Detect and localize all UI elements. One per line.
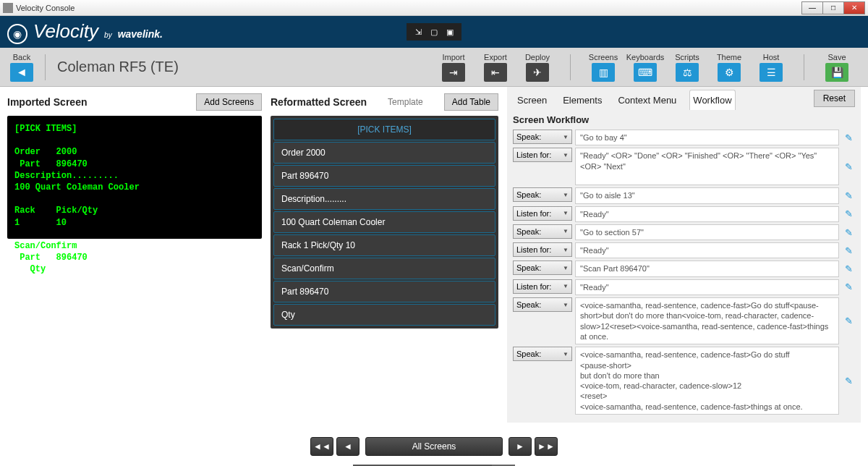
screens-button[interactable]: Screens ▥ [582,53,624,82]
toolbar: Back ◄ Coleman RF5 (TE) Import ⇥ Export … [0,48,868,87]
brand-bar: ◉ Velocity by wavelink. ⇲ ▢ ▣ [0,16,868,48]
speak-dropdown[interactable]: Speak: [513,224,572,239]
minimize-button[interactable]: — [801,1,823,14]
reset-button[interactable]: Reset [814,90,855,107]
import-icon: ⇥ [442,63,465,82]
edit-icon[interactable]: ✎ [842,279,855,295]
frame-icon[interactable]: ▣ [444,26,456,38]
reformat-item[interactable]: Description......... [273,188,495,210]
workflow-text[interactable]: "Scan Part 896470" [575,260,839,276]
workflow-text[interactable]: "Ready" [575,242,839,258]
theme-icon: ⚙ [718,63,741,82]
speak-dropdown[interactable]: Speak: [513,297,572,312]
divider [804,54,804,80]
keyboards-icon: ⌨ [634,63,657,82]
nav-first-button[interactable]: ◄◄ [310,437,333,456]
divider [570,54,571,80]
add-screens-button[interactable]: Add Screens [196,93,262,111]
tab-workflow[interactable]: Workflow [689,90,735,110]
edit-icon[interactable]: ✎ [842,242,855,258]
edit-icon[interactable]: ✎ [842,130,855,145]
edit-icon[interactable]: ✎ [842,224,855,240]
speak-dropdown[interactable]: Speak: [513,260,572,275]
nav-all-screens-button[interactable]: All Screens [365,437,503,456]
app-icon [3,3,13,13]
tabs: Screen Elements Context Menu Workflow [513,87,855,110]
display-icon[interactable]: ▢ [428,26,440,38]
back-label: Back [13,53,30,62]
tab-elements[interactable]: Elements [560,90,605,110]
listen-dropdown[interactable]: Listen for: [513,206,572,221]
keyboards-button[interactable]: Keyboards ⌨ [624,53,666,82]
edit-icon[interactable]: ✎ [842,347,855,415]
titlebar: Velocity Console — □ ✕ [0,0,868,16]
workflow-row: Listen for:"Ready"✎ [513,279,855,295]
reformatted-title: Reformatted Screen [271,96,367,108]
speak-dropdown[interactable]: Speak: [513,187,572,202]
reformat-item[interactable]: Scan/Confirm [273,258,495,279]
workflow-title: Screen Workflow [513,114,855,125]
nav-prev-button[interactable]: ◄ [336,437,359,456]
edit-icon[interactable]: ✎ [842,260,855,276]
listen-dropdown[interactable]: Listen for: [513,279,572,294]
pagination: 1234567 [0,460,868,466]
close-button[interactable]: ✕ [843,1,865,14]
listen-dropdown[interactable]: Listen for: [513,242,572,257]
edit-icon[interactable]: ✎ [842,297,855,344]
speak-dropdown[interactable]: Speak: [513,130,572,144]
brand-by: by [104,31,112,39]
workflow-row: Listen for:"Ready"✎ [513,242,855,258]
host-icon: ☰ [760,63,783,82]
listen-dropdown[interactable]: Listen for: [513,148,572,162]
save-button[interactable]: Save 💾 [816,53,858,82]
nav-last-button[interactable]: ►► [535,437,558,456]
tab-context-menu[interactable]: Context Menu [615,90,679,110]
brand-sub: wavelink. [118,28,163,40]
workflow-text[interactable]: "Go to aisle 13" [575,187,839,203]
workflow-text[interactable]: "Go to section 57" [575,224,839,240]
host-button[interactable]: Host ☰ [750,53,792,82]
reformat-item[interactable]: Part 896470 [273,281,495,302]
tab-screen[interactable]: Screen [514,90,550,110]
workflow-row: Speak:"Go to bay 4"✎ [513,130,855,145]
deploy-button[interactable]: Deploy ✈ [516,53,558,82]
screen-navigation: ◄◄ ◄ All Screens ► ►► [0,428,868,460]
workflow-text[interactable]: "Ready" [575,279,839,295]
workflow-panel: Screen Elements Context Menu Workflow Re… [507,87,861,423]
reformat-list: [PICK ITEMS]Order 2000Part 896470Descrip… [271,116,498,329]
edit-icon[interactable]: ✎ [842,187,855,203]
window-title: Velocity Console [16,4,75,12]
brand-icon: ◉ [7,24,27,44]
edit-icon[interactable]: ✎ [842,148,855,185]
speak-dropdown[interactable]: Speak: [513,347,572,361]
import-button[interactable]: Import ⇥ [433,53,475,82]
edit-icon[interactable]: ✎ [842,206,855,222]
workflow-text[interactable]: <voice-samantha, read-sentence, cadence-… [575,347,839,415]
maximize-button[interactable]: □ [822,1,844,14]
save-icon: 💾 [825,63,848,82]
export-button[interactable]: Export ⇤ [475,53,516,82]
reformat-item[interactable]: Rack 1 Pick/Qty 10 [273,234,495,256]
reformat-item[interactable]: Qty [273,304,495,326]
add-table-button[interactable]: Add Table [444,93,498,111]
template-label: Template [388,97,423,107]
imported-screen-panel: Imported Screen Add Screens [PICK ITEMS]… [7,93,262,423]
reformat-item[interactable]: [PICK ITEMS] [273,119,495,140]
theme-button[interactable]: Theme ⚙ [708,53,750,82]
scripts-icon: ⚖ [676,63,699,82]
reformat-item[interactable]: 100 Quart Coleman Cooler [273,211,495,233]
workflow-text[interactable]: "Ready" <OR> "Done" <OR> "Finished" <OR>… [575,148,839,185]
brand-center-controls: ⇲ ▢ ▣ [407,23,461,41]
back-button[interactable]: ◄ [10,63,33,82]
workflow-text[interactable]: "Go to bay 4" [575,130,839,145]
workflow-row: Speak:<voice-samantha, read-sentence, ca… [513,347,855,415]
workflow-text[interactable]: "Ready" [575,206,839,222]
divider [45,54,46,80]
workflow-text[interactable]: <voice-samantha, read-sentence, cadence-… [575,297,839,344]
screens-icon: ▥ [592,63,615,82]
reformat-item[interactable]: Part 896470 [273,165,495,187]
export-icon[interactable]: ⇲ [412,26,424,38]
reformat-item[interactable]: Order 2000 [273,142,495,164]
nav-next-button[interactable]: ► [509,437,532,456]
scripts-button[interactable]: Scripts ⚖ [666,53,708,82]
